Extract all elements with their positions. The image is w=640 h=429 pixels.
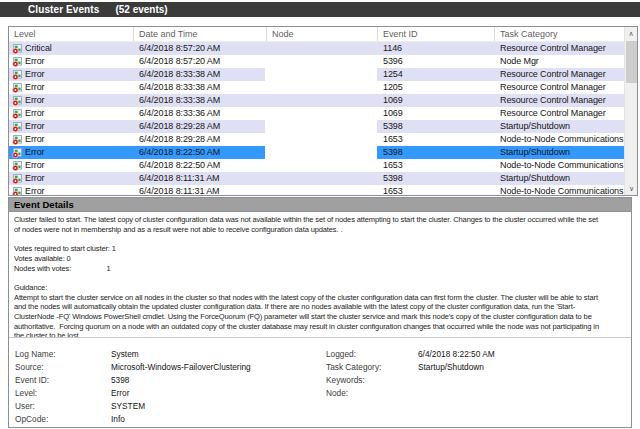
scroll-down-icon[interactable]: ∨: [625, 182, 638, 195]
error-event-icon: [12, 135, 22, 145]
table-row[interactable]: Error6/4/2018 8:33:38 AM1069Resource Con…: [9, 94, 624, 107]
event-level-cell: Error: [9, 55, 134, 68]
event-id-cell: 1146: [378, 42, 495, 55]
event-description-line: Attempt to start the cluster service on …: [14, 293, 628, 303]
property-row: Level:Error: [15, 387, 251, 400]
event-description-line: [14, 234, 628, 244]
event-task-category-cell: Resource Control Manager: [495, 81, 624, 94]
column-header-event-id[interactable]: Event ID: [378, 27, 495, 41]
table-row[interactable]: Error6/4/2018 8:57:20 AM5396Node Mgr: [9, 55, 624, 68]
property-label: Source:: [15, 361, 111, 374]
event-level-label: Error: [25, 185, 45, 195]
table-row[interactable]: Error6/4/2018 8:33:38 AM1205Resource Con…: [9, 81, 624, 94]
panel-title: Cluster Events: [28, 4, 99, 15]
property-row: Task Category:Startup/Shutdown: [326, 361, 495, 374]
event-node-cell: [267, 107, 378, 120]
events-table-body: Critical6/4/2018 8:57:20 AM1146Resource …: [9, 42, 624, 195]
event-description-line: [14, 273, 628, 283]
node-redaction-box: [265, 68, 377, 81]
table-row[interactable]: Error6/4/2018 8:11:31 AM5398Startup/Shut…: [9, 172, 624, 185]
column-header-node[interactable]: Node: [267, 27, 378, 41]
event-id-cell: 5398: [378, 120, 495, 133]
column-header-task-category[interactable]: Task Category: [495, 27, 637, 41]
table-row[interactable]: Error6/4/2018 8:33:38 AM1254Resource Con…: [9, 68, 624, 81]
event-level-cell: Error: [9, 172, 134, 185]
event-id-cell: 5398: [378, 146, 495, 159]
table-row[interactable]: Error6/4/2018 8:11:31 AM1653Node-to-Node…: [9, 185, 624, 195]
property-label: Event ID:: [15, 374, 111, 387]
event-details-title: Event Details: [14, 199, 74, 210]
property-value: Error: [111, 387, 129, 400]
event-node-cell: [267, 172, 378, 185]
event-task-category-cell: Startup/Shutdown: [495, 120, 624, 133]
event-level-cell: Error: [9, 68, 134, 81]
table-row[interactable]: Error6/4/2018 8:33:36 AM1069Resource Con…: [9, 107, 624, 120]
cluster-events-panel: Cluster Events (52 events) Level Date an…: [0, 0, 640, 429]
property-row: Event ID:5398: [15, 374, 251, 387]
event-id-cell: 1653: [378, 185, 495, 195]
event-level-cell: Error: [9, 146, 134, 159]
error-event-icon: [12, 57, 22, 67]
property-label: Logged:: [326, 348, 418, 361]
event-id-cell: 1653: [378, 159, 495, 172]
column-header-level[interactable]: Level: [9, 27, 134, 41]
property-label: Node:: [326, 387, 418, 400]
error-event-icon: [12, 44, 22, 54]
table-row[interactable]: Error6/4/2018 8:29:28 AM5398Startup/Shut…: [9, 120, 624, 133]
node-redaction-box: [265, 146, 377, 159]
table-row[interactable]: Critical6/4/2018 8:57:20 AM1146Resource …: [9, 42, 624, 55]
event-task-category-cell: Resource Control Manager: [495, 107, 624, 120]
scroll-up-icon[interactable]: ∧: [625, 27, 637, 40]
scrollbar-thumb[interactable]: [626, 41, 637, 83]
event-task-category-cell: Node-to-Node Communications: [495, 185, 624, 195]
property-label: User:: [15, 400, 111, 413]
event-description: Cluster failed to start. The latest copy…: [14, 215, 628, 339]
error-event-icon: [12, 109, 22, 119]
property-label: Log Name:: [15, 348, 111, 361]
event-datetime-cell: 6/4/2018 8:22:50 AM: [134, 159, 267, 172]
error-event-icon: [12, 122, 22, 132]
event-description-line: Guidance:: [14, 283, 628, 293]
property-value: SYSTEM: [111, 400, 145, 413]
table-row[interactable]: Error6/4/2018 8:22:50 AM1653Node-to-Node…: [9, 159, 624, 172]
event-id-cell: 1069: [378, 94, 495, 107]
property-label: Level:: [15, 387, 111, 400]
event-task-category-cell: Node-to-Node Communications: [495, 159, 624, 172]
event-level-label: Error: [25, 159, 45, 172]
event-node-cell: [267, 94, 378, 107]
event-id-cell: 1205: [378, 81, 495, 94]
event-properties: Log Name:SystemSource:Microsoft-Windows-…: [9, 348, 631, 427]
event-level-label: Error: [25, 81, 45, 94]
property-row: Keywords:: [326, 374, 495, 387]
error-event-icon: [12, 83, 22, 93]
column-header-date[interactable]: Date and Time: [134, 27, 267, 41]
event-properties-right-column: Logged:6/4/2018 8:22:50 AMTask Category:…: [326, 348, 495, 400]
event-datetime-cell: 6/4/2018 8:29:28 AM: [134, 133, 267, 146]
event-description-line: Votes required to start cluster: 1: [14, 244, 628, 254]
event-level-label: Error: [25, 146, 45, 159]
error-event-icon: [12, 174, 22, 184]
event-level-cell: Error: [9, 133, 134, 146]
table-row[interactable]: Error6/4/2018 8:29:28 AM1653Node-to-Node…: [9, 133, 624, 146]
event-level-cell: Error: [9, 120, 134, 133]
event-datetime-cell: 6/4/2018 8:57:20 AM: [134, 55, 267, 68]
event-node-cell: [267, 185, 378, 195]
event-level-label: Error: [25, 172, 45, 185]
property-label: Keywords:: [326, 374, 418, 387]
event-task-category-cell: Resource Control Manager: [495, 42, 624, 55]
event-datetime-cell: 6/4/2018 8:33:38 AM: [134, 68, 267, 81]
error-event-icon: [12, 187, 22, 196]
property-value: 5398: [111, 374, 129, 387]
event-datetime-cell: 6/4/2018 8:11:31 AM: [134, 172, 267, 185]
property-label: OpCode:: [15, 413, 111, 426]
table-row[interactable]: Error6/4/2018 8:22:50 AM5398Startup/Shut…: [9, 146, 624, 159]
vertical-scrollbar[interactable]: ∧ ∨: [624, 27, 637, 195]
error-event-icon: [12, 161, 22, 171]
event-datetime-cell: 6/4/2018 8:33:38 AM: [134, 81, 267, 94]
property-value: Info: [111, 413, 125, 426]
event-id-cell: 1254: [378, 68, 495, 81]
event-level-cell: Error: [9, 107, 134, 120]
event-level-label: Critical: [25, 42, 52, 55]
event-task-category-cell: Node-to-Node Communications: [495, 133, 624, 146]
node-redaction-box: [265, 120, 377, 133]
